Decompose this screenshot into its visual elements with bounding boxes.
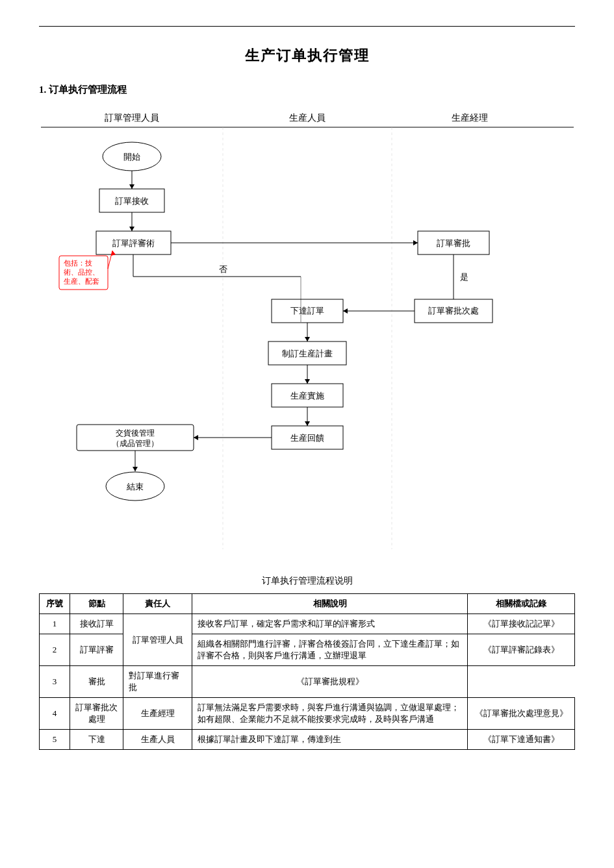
col-header-3: 生産経理 bbox=[452, 113, 488, 123]
arrowhead-review-approve bbox=[413, 240, 418, 245]
annotation-text-3: 生産、配套 bbox=[64, 277, 99, 285]
cell-ref: 《訂單審批規程》 bbox=[192, 666, 468, 698]
cell-desc: 訂單無法滿足客戶需要求時，與客戶進行溝通與協調，立做退單處理；如有超限、企業能力… bbox=[192, 698, 468, 730]
cell-owner: 生產人員 bbox=[123, 730, 192, 750]
col-header-1: 訂單管理人員 bbox=[105, 113, 159, 123]
delivery-label-1: 交貨後管理 bbox=[116, 428, 155, 438]
cell-owner: 訂單管理人員 bbox=[123, 614, 192, 666]
th-seq: 序號 bbox=[40, 594, 70, 614]
table-row: 4訂單審批次處理生產經理訂單無法滿足客戶需要求時，與客戶進行溝通與協調，立做退單… bbox=[40, 698, 575, 730]
yes-label: 是 bbox=[460, 272, 468, 282]
flow-table: 序號 節點 責任人 相關說明 相關檔或記錄 1接收訂單訂單管理人員接收客戶訂單，… bbox=[39, 593, 575, 750]
dispatch-label: 下達訂單 bbox=[290, 306, 324, 316]
cell-seq: 5 bbox=[40, 730, 70, 750]
flowchart-container: 訂單管理人員 生産人員 生産経理 開始 訂單接收 訂單評審術 訂單審批 否 bbox=[39, 108, 575, 549]
delivery-label-2: （成品管理） bbox=[112, 439, 159, 448]
table-row: 2訂單評審組織各相關部門進行評審，評審合格後簽訂合同，立下達生產訂單；如評審不合… bbox=[40, 634, 575, 666]
cell-owner: 生產經理 bbox=[123, 698, 192, 730]
arrowhead-delivery-end bbox=[133, 467, 138, 471]
cell-desc: 接收客戶訂單，確定客戶需求和訂單的評審形式 bbox=[192, 614, 468, 634]
cell-ref: 《訂單評審記錄表》 bbox=[468, 634, 575, 666]
cell-desc: 根據訂單計畫及即下達訂單，傳達到生 bbox=[192, 730, 468, 750]
arrowhead-feedback-delivery bbox=[194, 435, 198, 440]
cell-seq: 3 bbox=[40, 666, 70, 698]
arrowhead-produce-feedback bbox=[305, 421, 310, 426]
start-label: 開始 bbox=[123, 152, 140, 162]
table-title: 订单执行管理流程说明 bbox=[39, 575, 575, 587]
cell-seq: 1 bbox=[40, 614, 70, 634]
make-plan-label: 制訂生産計畫 bbox=[282, 349, 333, 358]
cell-seq: 4 bbox=[40, 698, 70, 730]
cell-ref: 《訂單審批次處理意見》 bbox=[468, 698, 575, 730]
col-header-2: 生産人員 bbox=[289, 113, 326, 123]
cell-step: 審批 bbox=[70, 666, 123, 698]
cell-step: 訂單審批次處理 bbox=[70, 698, 123, 730]
feedback-label: 生産回饋 bbox=[290, 433, 324, 443]
annotation-text-1: 包括：技 bbox=[64, 259, 92, 267]
flowchart-svg: 訂單管理人員 生産人員 生産経理 開始 訂單接收 訂單評審術 訂單審批 否 bbox=[41, 108, 574, 549]
top-divider bbox=[39, 26, 575, 27]
arrowhead-plan-produce bbox=[305, 379, 310, 384]
end-label: 結束 bbox=[126, 482, 144, 491]
cell-step: 下達 bbox=[70, 730, 123, 750]
arrowhead-2 bbox=[129, 227, 134, 231]
cell-step: 接收訂單 bbox=[70, 614, 123, 634]
produce-label: 生産實施 bbox=[290, 391, 324, 401]
arrowhead-1 bbox=[129, 184, 134, 189]
receive-order-label: 訂單接收 bbox=[115, 196, 149, 206]
cell-desc: 對訂單進行審批 bbox=[123, 666, 192, 698]
cell-seq: 2 bbox=[40, 634, 70, 666]
th-desc: 相關說明 bbox=[192, 594, 468, 614]
order-approve-label: 訂單審批 bbox=[437, 238, 470, 248]
cell-desc: 組織各相關部門進行評審，評審合格後簽訂合同，立下達生產訂單；如評審不合格，則與客… bbox=[192, 634, 468, 666]
page-title: 生产订单执行管理 bbox=[39, 46, 575, 66]
arrowhead-dispatch-plan bbox=[305, 337, 310, 341]
section1-title: 1. 订单执行管理流程 bbox=[39, 84, 575, 96]
th-ref: 相關檔或記錄 bbox=[468, 594, 575, 614]
cell-ref: 《訂單接收記記單》 bbox=[468, 614, 575, 634]
table-row: 3審批對訂單進行審批《訂單審批規程》 bbox=[40, 666, 575, 698]
table-row: 1接收訂單訂單管理人員接收客戶訂單，確定客戶需求和訂單的評審形式《訂單接收記記單… bbox=[40, 614, 575, 634]
arrowhead-approve-dispatch bbox=[343, 308, 348, 314]
approve-process-label: 訂單審批次處 bbox=[428, 306, 479, 316]
cell-ref: 《訂單下達通知書》 bbox=[468, 730, 575, 750]
annotation-text-2: 術、品控、 bbox=[64, 268, 99, 276]
table-row: 5下達生產人員根據訂單計畫及即下達訂單，傳達到生《訂單下達通知書》 bbox=[40, 730, 575, 750]
no-label: 否 bbox=[218, 264, 227, 274]
order-review-label: 訂單評審術 bbox=[112, 238, 154, 248]
th-step: 節點 bbox=[70, 594, 123, 614]
th-owner: 責任人 bbox=[123, 594, 192, 614]
cell-step: 訂單評審 bbox=[70, 634, 123, 666]
